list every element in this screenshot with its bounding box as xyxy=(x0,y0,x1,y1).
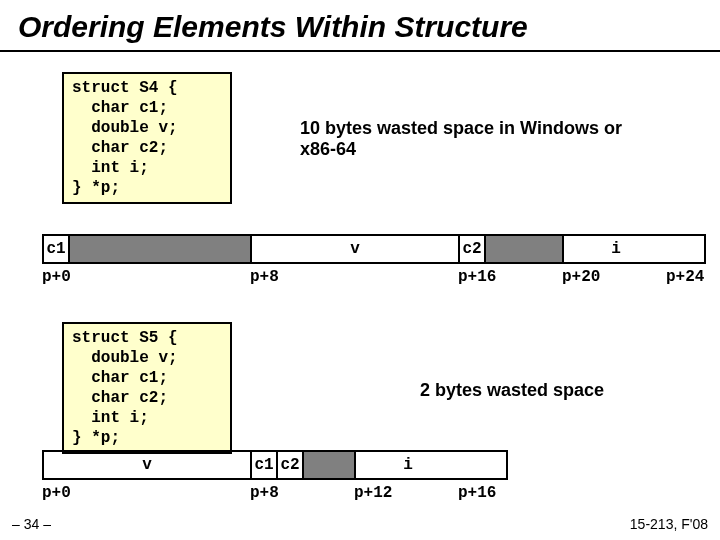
offset2-16: p+16 xyxy=(458,484,508,502)
offset-16: p+16 xyxy=(458,268,562,286)
cell-i: i xyxy=(564,236,668,262)
wasted-note-1: 10 bytes wasted space in Windows or x86-… xyxy=(300,118,660,160)
offset-24: p+24 xyxy=(666,268,706,286)
cell-pad2 xyxy=(486,236,564,262)
cell2-c2: c2 xyxy=(278,452,304,478)
offset-0: p+0 xyxy=(42,268,250,286)
offset-8: p+8 xyxy=(250,268,458,286)
wasted-note-2: 2 bytes wasted space xyxy=(420,380,604,401)
cell-v: v xyxy=(252,236,460,262)
cell2-i: i xyxy=(356,452,460,478)
cell-c2: c2 xyxy=(460,236,486,262)
offset2-8: p+8 xyxy=(250,484,354,502)
offset-20: p+20 xyxy=(562,268,666,286)
course-footer: 15-213, F'08 xyxy=(630,516,708,532)
offset2-0: p+0 xyxy=(42,484,250,502)
page-number: – 34 – xyxy=(12,516,51,532)
cell2-c1: c1 xyxy=(252,452,278,478)
memory-layout-s5: v c1 c2 i p+0 p+8 p+12 p+16 xyxy=(42,450,508,502)
slide-title: Ordering Elements Within Structure xyxy=(0,0,720,52)
cell-c1: c1 xyxy=(44,236,70,262)
cell-pad1 xyxy=(70,236,252,262)
offset2-12: p+12 xyxy=(354,484,458,502)
memory-layout-s4: c1 v c2 i p+0 p+8 p+16 p+20 p+24 xyxy=(42,234,706,286)
code-block-s4: struct S4 { char c1; double v; char c2; … xyxy=(62,72,232,204)
cell2-v: v xyxy=(44,452,252,478)
code-block-s5: struct S5 { double v; char c1; char c2; … xyxy=(62,322,232,454)
cell2-pad xyxy=(304,452,356,478)
